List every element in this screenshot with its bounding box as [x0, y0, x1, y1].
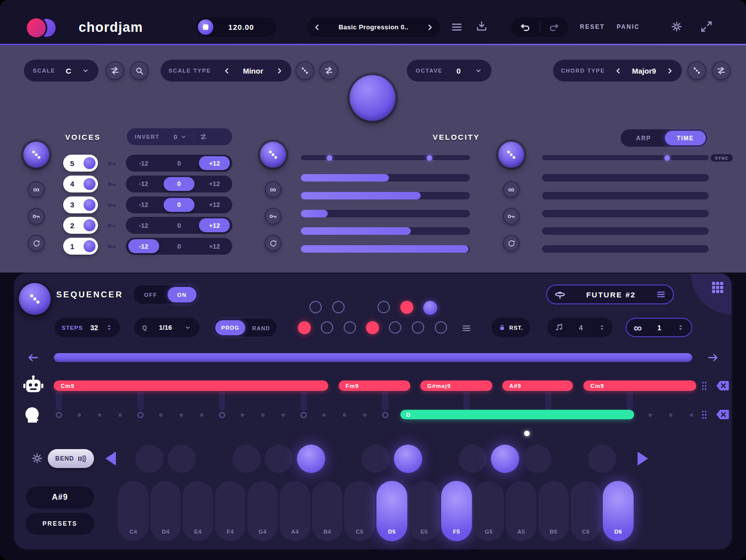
voice-octave-value[interactable]: -12: [139, 180, 148, 187]
voice-octave-value[interactable]: -12: [139, 222, 148, 229]
voice-toggle[interactable]: [84, 178, 95, 190]
reset-lock-button[interactable]: RST.: [491, 318, 530, 337]
chord-slot-dot[interactable]: [309, 301, 322, 313]
stop-button[interactable]: [198, 19, 213, 35]
time-random-knob[interactable]: [498, 142, 524, 168]
undo-button[interactable]: [511, 21, 540, 33]
step-dot[interactable]: [690, 413, 693, 417]
time-bar-track[interactable]: [542, 174, 709, 182]
velocity-range-handle[interactable]: [427, 155, 432, 161]
voice-pill[interactable]: 2: [63, 217, 98, 234]
voice-octave-segment[interactable]: -120+12: [126, 176, 232, 192]
step-marker[interactable]: [300, 412, 307, 418]
voice-octave-option[interactable]: -12: [126, 217, 161, 234]
octave-shift-right-arrow[interactable]: [638, 452, 648, 466]
quantize-select[interactable]: Q 1/16: [134, 318, 199, 337]
step-dot[interactable]: [118, 413, 122, 417]
white-key-D6[interactable]: D6: [603, 481, 634, 541]
pads-corner-tab[interactable]: [691, 274, 732, 314]
velocity-reset-button[interactable]: [265, 235, 281, 252]
voice-octave-value[interactable]: 0: [177, 160, 181, 167]
velocity-range-track[interactable]: [301, 155, 470, 160]
white-key-F5[interactable]: F5: [441, 481, 472, 541]
black-pad-C#6[interactable]: [588, 445, 616, 473]
chord-slot-dot[interactable]: [321, 321, 333, 334]
step-dot[interactable]: [363, 413, 367, 417]
arp-time-toggle[interactable]: ARP TIME: [621, 129, 707, 147]
prev-icon[interactable]: [223, 67, 231, 75]
time-bar-track[interactable]: [542, 245, 709, 253]
time-infinity-toggle[interactable]: ∞: [503, 181, 520, 198]
voice-pill[interactable]: 4: [63, 176, 98, 192]
step-marker[interactable]: [382, 412, 388, 418]
white-key-B5[interactable]: B5: [538, 481, 569, 541]
step-marker[interactable]: [56, 412, 62, 418]
voice-octave-value[interactable]: 0: [164, 198, 194, 212]
voice-octave-value[interactable]: +12: [209, 180, 220, 187]
white-key-F4[interactable]: F4: [215, 481, 246, 541]
playhead-dot[interactable]: [524, 431, 530, 436]
voice-octave-option[interactable]: -12: [126, 176, 161, 192]
reset-button[interactable]: RESET: [580, 23, 605, 30]
scale-type-random-button[interactable]: [295, 61, 314, 80]
chord-block[interactable]: A#9: [502, 380, 573, 391]
stepper-icon[interactable]: [105, 324, 113, 331]
step-dot[interactable]: [159, 413, 163, 417]
chord-slot-dot[interactable]: [332, 301, 345, 313]
time-slider-track[interactable]: [542, 155, 709, 160]
scale-select[interactable]: SCALE C: [24, 60, 98, 82]
step-marker[interactable]: [219, 412, 225, 418]
chord-type-flip-button[interactable]: [712, 61, 731, 80]
voice-octave-option[interactable]: 0: [161, 196, 196, 213]
velocity-random-knob[interactable]: [260, 142, 286, 168]
voice-octave-value[interactable]: -12: [139, 160, 148, 167]
velocity-link-toggle[interactable]: [265, 208, 281, 225]
black-pad-G#4[interactable]: [265, 445, 293, 473]
voice-link-icon[interactable]: [107, 200, 116, 210]
voice-octave-value[interactable]: +12: [209, 201, 220, 208]
voice-link-icon[interactable]: [107, 180, 116, 189]
chord-type-selector[interactable]: CHORD TYPE Major9: [553, 60, 682, 82]
chord-slot-dot[interactable]: [412, 321, 424, 334]
octave-shift-left-arrow[interactable]: [105, 452, 116, 466]
chord-lane-clear-button[interactable]: [715, 380, 730, 391]
bpm-display[interactable]: 120.00: [196, 17, 276, 37]
voice-toggle[interactable]: [84, 199, 95, 211]
prog-option[interactable]: PROG: [215, 320, 245, 335]
chord-slot-dot[interactable]: [298, 321, 311, 334]
voice-octave-option[interactable]: 0: [161, 155, 196, 172]
preset-prev-icon[interactable]: [313, 23, 322, 32]
preset-browser[interactable]: Basic Progression 0..: [307, 17, 440, 37]
voice-octave-value[interactable]: 0: [177, 243, 181, 250]
velocity-bar-track[interactable]: [301, 227, 470, 235]
black-pad-C#4[interactable]: [135, 445, 164, 473]
voice-octave-option[interactable]: 0: [161, 238, 196, 255]
note-lane-head-icon[interactable]: [23, 404, 43, 425]
menu-icon[interactable]: [451, 21, 463, 33]
voice-octave-value[interactable]: 0: [164, 177, 194, 191]
step-dot[interactable]: [649, 413, 652, 417]
step-marker[interactable]: [137, 412, 144, 418]
velocity-bar-track[interactable]: [301, 174, 470, 182]
loop-range-bar[interactable]: [54, 353, 692, 362]
chord-block[interactable]: Cm9: [583, 380, 696, 391]
step-dot[interactable]: [98, 413, 101, 417]
note-lane-drag-handle[interactable]: [700, 409, 708, 420]
stepper-icon[interactable]: [598, 324, 606, 331]
voice-octave-segment[interactable]: -120+12: [126, 238, 232, 255]
voice-octave-value[interactable]: +12: [209, 243, 220, 250]
chord-lane-drag-handle[interactable]: [700, 380, 708, 391]
black-pad-A#5[interactable]: [523, 445, 552, 473]
step-dot[interactable]: [281, 413, 285, 417]
sequencer-random-knob[interactable]: [19, 283, 51, 315]
arp-option[interactable]: ARP: [621, 129, 666, 147]
step-dot[interactable]: [200, 413, 203, 417]
voice-octave-segment[interactable]: -120+12: [126, 217, 232, 234]
voice-toggle[interactable]: [84, 157, 95, 169]
time-link-toggle[interactable]: [503, 208, 520, 225]
preset-name[interactable]: Basic Progression 0..: [322, 23, 425, 31]
settings-gear-icon[interactable]: [670, 20, 683, 33]
presets-button[interactable]: PRESETS: [26, 513, 94, 535]
black-pad-F#5[interactable]: [459, 445, 487, 473]
black-pad-G#5[interactable]: [491, 445, 519, 473]
